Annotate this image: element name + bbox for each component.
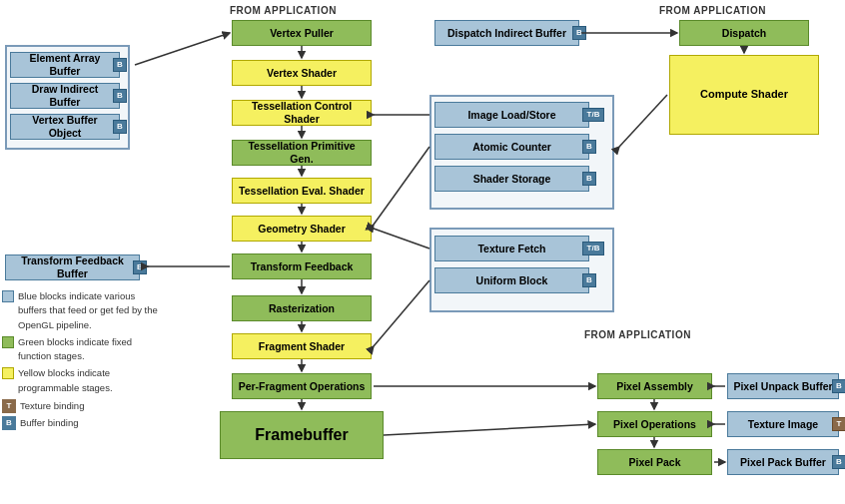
- svg-line-20: [384, 424, 595, 435]
- draw-indirect-buffer: Draw Indirect Buffer B: [10, 83, 120, 109]
- texture-image-badge: T: [832, 417, 845, 431]
- draw-indirect-badge: B: [113, 89, 127, 103]
- atomic-counter: Atomic Counter B: [434, 134, 589, 160]
- svg-line-13: [374, 147, 429, 225]
- svg-line-15: [374, 280, 429, 346]
- shader-storage: Shader Storage B: [434, 166, 589, 192]
- fragment-shader: Fragment Shader: [232, 333, 372, 359]
- svg-line-14: [374, 229, 429, 249]
- shader-storage-badge: B: [582, 172, 596, 186]
- pixel-assembly: Pixel Assembly: [597, 373, 712, 399]
- transform-feedback: Transform Feedback: [232, 253, 372, 279]
- compute-shader: Compute Shader: [669, 55, 819, 135]
- vertex-shader: Vertex Shader: [232, 60, 372, 86]
- transform-feedback-buffer: Transform Feedback Buffer B: [5, 254, 140, 280]
- vertex-puller: Vertex Puller: [232, 20, 372, 46]
- pixel-operations: Pixel Operations: [597, 411, 712, 437]
- vertex-buffer-object: Vertex Buffer Object B: [10, 114, 120, 140]
- label-from-app-left: FROM APPLICATION: [230, 5, 337, 16]
- uniform-badge: B: [582, 273, 596, 287]
- pixel-pack-badge: B: [832, 455, 845, 469]
- image-badge: T/B: [582, 108, 604, 122]
- atomic-badge: B: [582, 140, 596, 154]
- geometry-shader: Geometry Shader: [232, 216, 372, 242]
- texture-image: Texture Image T: [727, 411, 839, 437]
- dispatch: Dispatch: [679, 20, 809, 46]
- framebuffer: Framebuffer: [220, 411, 384, 459]
- svg-line-18: [619, 95, 667, 147]
- label-from-app-bottom: FROM APPLICATION: [584, 329, 691, 340]
- tess-prim-gen: Tessellation Primitive Gen.: [232, 140, 372, 166]
- label-from-app-right: FROM APPLICATION: [659, 5, 766, 16]
- diagram: FROM APPLICATION FROM APPLICATION FROM A…: [0, 0, 845, 504]
- svg-line-10: [135, 33, 230, 65]
- tess-eval-shader: Tessellation Eval. Shader: [232, 178, 372, 204]
- dispatch-indirect-buffer: Dispatch Indirect Buffer B: [434, 20, 579, 46]
- pixel-unpack-badge: B: [832, 379, 845, 393]
- texture-fetch: Texture Fetch T/B: [434, 236, 589, 261]
- per-fragment-ops: Per-Fragment Operations: [232, 373, 372, 399]
- texture-fetch-badge: T/B: [582, 242, 604, 255]
- pixel-pack: Pixel Pack: [597, 449, 712, 475]
- vertex-buffer-badge: B: [113, 120, 127, 134]
- uniform-block: Uniform Block B: [434, 267, 589, 293]
- element-array-buffer: Element Array Buffer B: [10, 52, 120, 78]
- element-array-badge: B: [113, 58, 127, 72]
- dispatch-indirect-badge: B: [572, 26, 586, 40]
- legend: Blue blocks indicate various buffers tha…: [2, 289, 162, 433]
- tf-buffer-badge: B: [133, 260, 147, 274]
- rasterization: Rasterization: [232, 295, 372, 321]
- pixel-unpack-buffer: Pixel Unpack Buffer B: [727, 373, 839, 399]
- tess-control-shader: Tessellation Control Shader: [232, 100, 372, 126]
- image-load-store: Image Load/Store T/B: [434, 102, 589, 128]
- pixel-pack-buffer: Pixel Pack Buffer B: [727, 449, 839, 475]
